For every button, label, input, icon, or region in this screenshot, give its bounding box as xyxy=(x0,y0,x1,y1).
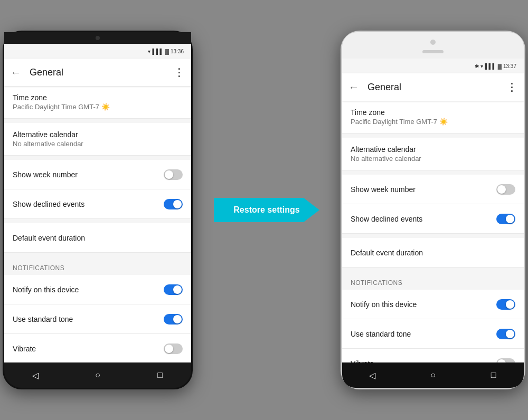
status-icons-1: ▾ ▌▌▌ ▓ 13:36 xyxy=(148,49,184,54)
show-week-label-2: Show week number xyxy=(351,185,416,194)
show-declined-toggle-1[interactable] xyxy=(164,199,183,209)
signal-icon-2: ▌▌▌ xyxy=(485,63,496,69)
show-week-item-1[interactable]: Show week number xyxy=(4,160,191,189)
notifications-header-2: Notifications xyxy=(342,272,524,290)
divider-1a xyxy=(4,119,191,123)
nav-home-1[interactable]: ○ xyxy=(91,369,104,381)
default-event-item-1[interactable]: Default event duration xyxy=(4,223,191,253)
status-icons-2: ✱ ▾ ▌▌▌ ▓ 13:37 xyxy=(475,63,516,69)
time-zone-label-1: Time zone xyxy=(13,93,110,102)
status-bar-1: ▾ ▌▌▌ ▓ 13:36 xyxy=(4,44,191,59)
vibrate-item-1[interactable]: Vibrate xyxy=(4,334,191,362)
settings-content-2: Time zone Pacific Daylight Time GMT-7 ☀️… xyxy=(342,101,524,362)
time-zone-item-2[interactable]: Time zone Pacific Daylight Time GMT-7 ☀️ xyxy=(342,101,524,133)
notify-device-thumb-1 xyxy=(173,285,182,294)
alt-calendar-label-2: Alternative calendar xyxy=(351,145,421,154)
speaker-2 xyxy=(422,50,444,53)
notify-device-toggle-1[interactable] xyxy=(164,284,183,295)
nav-home-2[interactable]: ○ xyxy=(427,369,439,381)
bottom-nav-1: ◁ ○ □ xyxy=(4,362,191,388)
show-week-label-1: Show week number xyxy=(13,170,78,179)
standard-tone-toggle-1[interactable] xyxy=(164,314,183,324)
nav-recent-2[interactable]: □ xyxy=(487,369,500,381)
show-week-toggle-1[interactable] xyxy=(164,169,183,180)
time-zone-label-2: Time zone xyxy=(351,108,448,117)
time-zone-text-1: Time zone Pacific Daylight Time GMT-7 ☀️ xyxy=(13,93,110,111)
standard-tone-label-1: Use standard tone xyxy=(13,315,73,323)
show-declined-label-2: Show declined events xyxy=(351,215,422,223)
default-event-label-2: Default event duration xyxy=(351,249,423,257)
standard-tone-toggle-2[interactable] xyxy=(496,329,515,339)
vibrate-item-2[interactable]: Vibrate xyxy=(342,349,524,362)
battery-icon-2: ▓ xyxy=(498,63,502,69)
show-declined-thumb-1 xyxy=(173,200,182,208)
notify-device-label-2: Notify on this device xyxy=(351,300,417,309)
alt-calendar-label-1: Alternative calendar xyxy=(13,130,83,139)
bluetooth-icon-2: ✱ xyxy=(475,63,479,69)
notify-device-item-1[interactable]: Notify on this device xyxy=(4,275,191,304)
page-title-2: General xyxy=(367,82,498,93)
phone-2: ✱ ▾ ▌▌▌ ▓ 13:37 ← General ⋮ Time zone Pa… xyxy=(341,31,525,389)
app-bar-1: ← General ⋮ xyxy=(4,59,191,86)
standard-tone-item-1[interactable]: Use standard tone xyxy=(4,304,191,334)
back-button-2[interactable]: ← xyxy=(348,81,359,93)
notify-device-item-2[interactable]: Notify on this device xyxy=(342,290,524,319)
battery-icon-1: ▓ xyxy=(165,49,169,54)
divider-2d xyxy=(342,268,524,272)
default-event-item-2[interactable]: Default event duration xyxy=(342,238,524,268)
time-zone-item-1[interactable]: Time zone Pacific Daylight Time GMT-7 ☀️ xyxy=(4,86,191,119)
show-week-toggle-2[interactable] xyxy=(496,184,515,195)
alt-calendar-item-1[interactable]: Alternative calendar No alternative cale… xyxy=(4,123,191,156)
nav-recent-1[interactable]: □ xyxy=(154,369,166,381)
page-title-1: General xyxy=(30,67,165,78)
screen-2: ✱ ▾ ▌▌▌ ▓ 13:37 ← General ⋮ Time zone Pa… xyxy=(342,59,524,362)
restore-button[interactable]: Restore settings xyxy=(214,198,319,222)
time-2: 13:37 xyxy=(503,63,516,69)
alt-calendar-text-2: Alternative calendar No alternative cale… xyxy=(351,145,421,163)
time-1: 13:36 xyxy=(171,49,184,54)
notify-device-toggle-2[interactable] xyxy=(496,299,515,310)
bottom-nav-2: ◁ ○ □ xyxy=(342,362,524,388)
alt-calendar-item-2[interactable]: Alternative calendar No alternative cale… xyxy=(342,138,524,170)
default-event-label-1: Default event duration xyxy=(13,234,85,242)
show-week-item-2[interactable]: Show week number xyxy=(342,175,524,204)
show-declined-item-2[interactable]: Show declined events xyxy=(342,204,524,234)
back-button-1[interactable]: ← xyxy=(11,66,21,79)
show-declined-toggle-2[interactable] xyxy=(496,214,515,224)
more-button-2[interactable]: ⋮ xyxy=(506,81,517,93)
alt-calendar-value-1: No alternative calendar xyxy=(13,140,83,148)
vibrate-label-1: Vibrate xyxy=(13,345,36,353)
divider-2c xyxy=(342,234,524,238)
standard-tone-label-2: Use standard tone xyxy=(351,330,411,338)
standard-tone-thumb-2 xyxy=(506,330,514,338)
show-declined-thumb-2 xyxy=(506,215,514,223)
signal-icon-1: ▌▌▌ xyxy=(152,49,163,54)
nav-back-2[interactable]: ◁ xyxy=(366,369,379,381)
divider-1c xyxy=(4,219,191,223)
notify-device-label-1: Notify on this device xyxy=(13,285,79,294)
standard-tone-thumb-1 xyxy=(173,315,182,323)
vibrate-toggle-1[interactable] xyxy=(164,343,183,354)
camera-notch-1 xyxy=(4,32,191,44)
camera-dot-2 xyxy=(430,40,436,45)
wifi-icon-2: ▾ xyxy=(480,63,483,69)
phone-top-2 xyxy=(342,32,524,59)
phone-1: ▾ ▌▌▌ ▓ 13:36 ← General ⋮ Time zone Paci… xyxy=(3,31,193,389)
show-week-thumb-1 xyxy=(165,170,173,179)
divider-1d xyxy=(4,253,191,257)
app-bar-2: ← General ⋮ xyxy=(342,73,524,101)
notifications-header-1: Notifications xyxy=(4,257,191,275)
show-week-thumb-2 xyxy=(497,185,506,194)
vibrate-thumb-2 xyxy=(497,359,506,363)
settings-content-1: Time zone Pacific Daylight Time GMT-7 ☀️… xyxy=(4,86,191,362)
vibrate-toggle-2[interactable] xyxy=(496,358,515,363)
standard-tone-item-2[interactable]: Use standard tone xyxy=(342,319,524,349)
alt-calendar-value-2: No alternative calendar xyxy=(351,155,421,163)
status-bar-2: ✱ ▾ ▌▌▌ ▓ 13:37 xyxy=(342,59,524,73)
show-declined-item-1[interactable]: Show declined events xyxy=(4,189,191,219)
nav-back-1[interactable]: ◁ xyxy=(29,369,42,381)
alt-calendar-text-1: Alternative calendar No alternative cale… xyxy=(13,130,83,148)
camera-dot-1 xyxy=(96,36,100,40)
vibrate-thumb-1 xyxy=(165,345,173,353)
more-button-1[interactable]: ⋮ xyxy=(174,66,185,79)
